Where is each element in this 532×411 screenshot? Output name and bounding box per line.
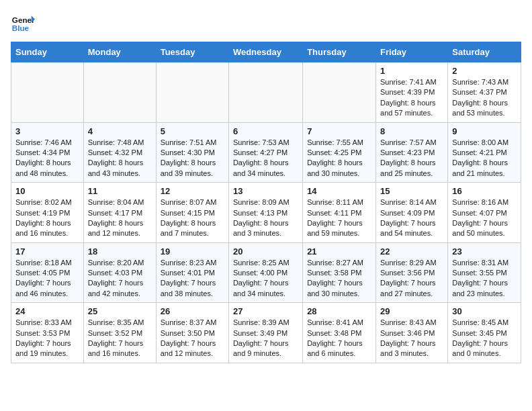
day-info: Sunrise: 8:41 AM [307,318,371,328]
day-info: Daylight: 7 hours and 16 minutes. [88,338,152,359]
day-header-sunday: Sunday [11,42,84,62]
day-info: Daylight: 7 hours and 19 minutes. [15,338,79,359]
day-info: Sunrise: 7:55 AM [307,138,371,148]
day-info: Sunset: 4:00 PM [233,268,298,278]
day-info: Daylight: 8 hours and 48 minutes. [15,158,79,179]
day-number: 24 [15,306,79,316]
day-info: Sunset: 3:58 PM [307,268,371,278]
day-info: Sunset: 4:01 PM [161,268,224,278]
day-number: 15 [380,186,443,196]
logo: General Blue [11,11,35,35]
day-info: Sunset: 4:25 PM [307,148,371,158]
day-info: Daylight: 7 hours and 46 minutes. [15,278,79,299]
calendar-cell: 10Sunrise: 8:02 AMSunset: 4:19 PMDayligh… [11,183,84,243]
day-info: Daylight: 7 hours and 12 minutes. [161,338,224,359]
day-info: Sunrise: 8:00 AM [452,138,517,148]
day-info: Daylight: 7 hours and 3 minutes. [380,338,443,359]
calendar-cell [228,62,302,123]
day-info: Daylight: 7 hours and 42 minutes. [88,278,152,299]
calendar-cell [156,62,228,123]
day-info: Daylight: 7 hours and 50 minutes. [452,218,517,239]
day-info: Sunset: 4:32 PM [88,148,152,158]
day-info: Sunrise: 8:11 AM [307,197,371,208]
day-info: Sunset: 3:52 PM [88,328,152,338]
day-info: Sunset: 3:55 PM [452,268,517,278]
day-number: 20 [233,246,298,257]
calendar-cell: 25Sunrise: 8:35 AMSunset: 3:52 PMDayligh… [83,303,156,363]
day-number: 13 [233,186,298,196]
day-info: Sunset: 4:23 PM [380,148,443,158]
day-info: Daylight: 8 hours and 53 minutes. [452,98,517,119]
calendar-cell: 11Sunrise: 8:04 AMSunset: 4:17 PMDayligh… [83,183,156,243]
day-number: 17 [15,246,79,257]
week-row-5: 24Sunrise: 8:33 AMSunset: 3:53 PMDayligh… [11,303,521,363]
day-number: 28 [307,306,371,316]
calendar-cell: 4Sunrise: 7:48 AMSunset: 4:32 PMDaylight… [83,122,156,183]
day-info: Daylight: 7 hours and 23 minutes. [452,278,517,299]
calendar-cell [83,62,156,123]
day-info: Sunset: 3:53 PM [15,328,79,338]
calendar-table: SundayMondayTuesdayWednesdayThursdayFrid… [11,42,521,363]
calendar-cell: 9Sunrise: 8:00 AMSunset: 4:21 PMDaylight… [448,122,521,183]
day-number: 18 [88,246,152,257]
calendar-cell [303,62,376,123]
day-info: Daylight: 8 hours and 57 minutes. [380,98,443,119]
day-info: Daylight: 8 hours and 43 minutes. [88,158,152,179]
day-info: Daylight: 8 hours and 21 minutes. [452,158,517,179]
day-info: Sunrise: 8:16 AM [452,197,517,208]
day-number: 2 [452,66,517,76]
day-info: Sunset: 3:56 PM [380,268,443,278]
calendar-cell: 7Sunrise: 7:55 AMSunset: 4:25 PMDaylight… [303,122,376,183]
day-info: Sunrise: 7:57 AM [380,138,443,148]
day-info: Sunrise: 7:53 AM [233,138,298,148]
day-number: 16 [452,186,517,196]
day-info: Sunrise: 8:31 AM [452,258,517,268]
svg-text:Blue: Blue [12,24,30,32]
day-info: Daylight: 8 hours and 3 minutes. [233,218,298,239]
day-number: 7 [307,126,371,136]
day-info: Daylight: 8 hours and 34 minutes. [233,158,298,179]
day-number: 4 [88,126,152,136]
day-info: Sunset: 4:09 PM [380,208,443,218]
day-number: 23 [452,246,517,257]
calendar-cell: 28Sunrise: 8:41 AMSunset: 3:48 PMDayligh… [303,303,376,363]
day-info: Sunrise: 8:39 AM [233,318,298,328]
day-info: Sunset: 4:13 PM [233,208,298,218]
week-row-1: 1Sunrise: 7:41 AMSunset: 4:39 PMDaylight… [11,62,521,123]
day-info: Sunrise: 8:02 AM [15,197,79,208]
day-number: 29 [380,306,443,316]
day-info: Sunset: 4:15 PM [161,208,224,218]
day-number: 11 [88,186,152,196]
day-header-monday: Monday [83,42,156,62]
day-number: 8 [380,126,443,136]
day-header-saturday: Saturday [448,42,521,62]
day-info: Daylight: 8 hours and 7 minutes. [161,218,224,239]
day-number: 25 [88,306,152,316]
day-info: Sunrise: 8:23 AM [161,258,224,268]
calendar-cell: 8Sunrise: 7:57 AMSunset: 4:23 PMDaylight… [376,122,448,183]
calendar-cell: 27Sunrise: 8:39 AMSunset: 3:49 PMDayligh… [228,303,302,363]
calendar-cell: 14Sunrise: 8:11 AMSunset: 4:11 PMDayligh… [303,183,376,243]
day-info: Sunset: 4:21 PM [452,148,517,158]
day-info: Daylight: 7 hours and 6 minutes. [307,338,371,359]
day-number: 21 [307,246,371,257]
day-info: Daylight: 7 hours and 0 minutes. [452,338,517,359]
day-info: Daylight: 8 hours and 12 minutes. [88,218,152,239]
day-info: Sunrise: 8:14 AM [380,197,443,208]
day-info: Sunset: 4:19 PM [15,208,79,218]
day-info: Sunset: 4:30 PM [161,148,224,158]
day-info: Sunset: 4:17 PM [88,208,152,218]
day-info: Sunrise: 7:46 AM [15,138,79,148]
day-info: Daylight: 7 hours and 9 minutes. [233,338,298,359]
day-info: Sunrise: 8:25 AM [233,258,298,268]
week-row-4: 17Sunrise: 8:18 AMSunset: 4:05 PMDayligh… [11,242,521,303]
day-info: Daylight: 8 hours and 25 minutes. [380,158,443,179]
day-number: 9 [452,126,517,136]
day-info: Sunrise: 8:27 AM [307,258,371,268]
calendar-cell: 16Sunrise: 8:16 AMSunset: 4:07 PMDayligh… [448,183,521,243]
calendar-cell: 5Sunrise: 7:51 AMSunset: 4:30 PMDaylight… [156,122,228,183]
day-info: Sunset: 3:49 PM [233,328,298,338]
calendar-cell: 12Sunrise: 8:07 AMSunset: 4:15 PMDayligh… [156,183,228,243]
calendar-cell: 29Sunrise: 8:43 AMSunset: 3:46 PMDayligh… [376,303,448,363]
day-info: Daylight: 7 hours and 30 minutes. [307,278,371,299]
